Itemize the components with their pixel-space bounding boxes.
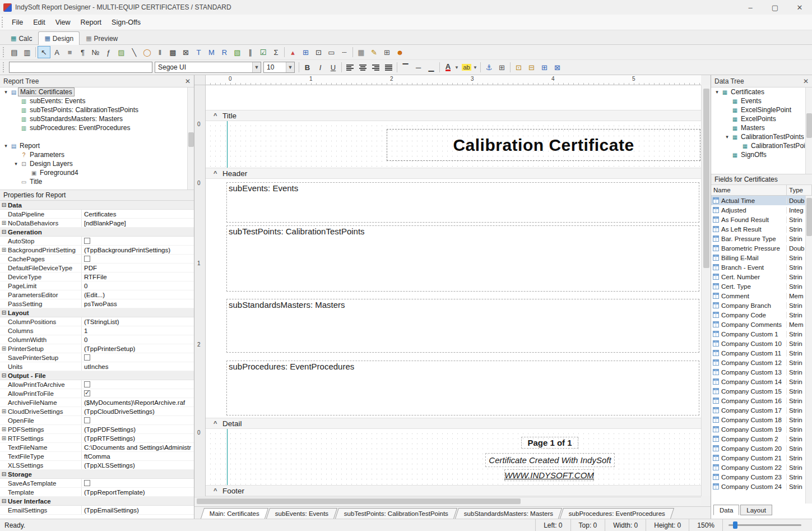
field-row[interactable]: Company Custom 21Strin xyxy=(711,453,805,463)
field-row[interactable]: Actual TimeDoub xyxy=(711,196,805,205)
menu-file[interactable]: File xyxy=(7,17,28,28)
column-name[interactable]: Name xyxy=(711,185,787,195)
expand-icon[interactable]: ⊞ xyxy=(0,408,8,414)
property-value-cell[interactable] xyxy=(82,237,194,245)
property-value-cell[interactable]: C:\Documents and Settings\Administr xyxy=(82,443,194,451)
zoom-slider[interactable] xyxy=(722,519,812,531)
field-row[interactable]: Company Custom 12Strin xyxy=(711,358,805,367)
field-row[interactable]: Company BranchStrin xyxy=(711,301,805,310)
property-row-emailsettings[interactable]: EmailSettings(TppEmailSettings) xyxy=(0,506,194,515)
field-row[interactable]: Company CodeStrin xyxy=(711,310,805,320)
property-value-cell[interactable]: 0 xyxy=(82,335,194,344)
header-band-header[interactable]: ^ Header xyxy=(206,168,701,179)
property-section-user-interface[interactable]: ⊟User Interface xyxy=(0,497,194,506)
collapse-icon[interactable]: ▾ xyxy=(2,89,10,95)
property-row-rtfsettings[interactable]: ⊞RTFSettings(TppRTFSettings) xyxy=(0,434,194,443)
bold-button[interactable]: B xyxy=(301,61,314,73)
italic-button[interactable]: I xyxy=(314,61,327,73)
underline-button[interactable]: U xyxy=(327,61,340,73)
property-value-cell[interactable]: Certificates xyxy=(82,210,194,218)
property-value-cell[interactable]: PDF xyxy=(82,264,194,272)
signoff-pen-icon[interactable]: ✎ xyxy=(368,46,381,58)
field-row[interactable]: Bar. Pressure TypeStrin xyxy=(711,234,805,243)
report-outline-icon[interactable]: ▤ xyxy=(8,46,21,58)
valign-bottom-button[interactable]: ▁ xyxy=(425,61,438,73)
fields-scrollbar[interactable] xyxy=(805,196,812,504)
collapse-icon[interactable]: ⊟ xyxy=(0,471,8,477)
dbcheckbox-tool-icon[interactable]: ☑ xyxy=(257,46,270,58)
highlight-color-button[interactable]: ab xyxy=(460,61,473,73)
property-value-cell[interactable]: (TppRTFSettings) xyxy=(82,434,194,442)
subreport-region[interactable]: subEvents: Events xyxy=(226,182,699,223)
tree-node-calibrationtestpoints[interactable]: ▾▦CalibrationTestPoints xyxy=(711,132,805,141)
checkbox[interactable] xyxy=(84,480,90,486)
subreport-region[interactable]: subProcedures: EventProcedures xyxy=(226,361,699,415)
dbbarcode-tool-icon[interactable]: ∥ xyxy=(244,46,257,58)
field-row[interactable]: Company Custom 16Strin xyxy=(711,396,805,405)
subreport-region[interactable]: subTestPoints: CalibrationTestPoints xyxy=(226,225,699,292)
font-color-button[interactable]: A xyxy=(442,61,454,73)
menu-report[interactable]: Report xyxy=(76,17,107,28)
tree-node-title[interactable]: ▭Title xyxy=(0,177,194,186)
tree-node-substandardsmasters-masters[interactable]: ▥subStandardsMasters: Masters xyxy=(0,114,194,123)
align-justify-button[interactable] xyxy=(382,61,395,73)
property-row-template[interactable]: Template(TppReportTemplate) xyxy=(0,488,194,497)
property-row-printersetup[interactable]: ⊞PrinterSetup(TppPrinterSetup) xyxy=(0,344,194,353)
property-section-data[interactable]: ⊟Data xyxy=(0,201,194,210)
menu-edit[interactable]: Edit xyxy=(28,17,50,28)
collapse-icon[interactable]: ⊟ xyxy=(0,310,8,316)
variable-tool-icon[interactable]: ƒ xyxy=(102,46,115,58)
tree-node-subtestpoints-calibrationtestpoints[interactable]: ▥subTestPoints: CalibrationTestPoints xyxy=(0,105,194,114)
checkbox[interactable] xyxy=(84,238,90,244)
close-icon[interactable]: ✕ xyxy=(185,77,191,85)
dbmemo-tool-icon[interactable]: M xyxy=(205,46,218,58)
title-band[interactable]: Calibration Certificate xyxy=(206,121,701,168)
property-row-textfilename[interactable]: TextFileNameC:\Documents and Settings\Ad… xyxy=(0,443,194,452)
property-value-cell[interactable]: (Edit...) xyxy=(82,290,194,299)
sheet-tab-subevents-events[interactable]: subEvents: Events xyxy=(266,508,337,519)
sheet-tab-main-certificates[interactable]: Main: Certificates xyxy=(201,508,268,519)
collapse-icon[interactable]: ⊟ xyxy=(0,498,8,504)
field-row[interactable]: CommentMem xyxy=(711,291,805,301)
property-value-cell[interactable]: utInches xyxy=(82,362,194,371)
property-row-passsetting[interactable]: PassSettingpsTwoPass xyxy=(0,299,194,308)
data-tree-scrollbar[interactable] xyxy=(805,87,812,174)
font-name-combo[interactable]: Segoe UI ▼ xyxy=(155,62,261,73)
tree-node-subevents-events[interactable]: ▥subEvents: Events xyxy=(0,96,194,105)
property-row-allowprinttofile[interactable]: AllowPrintToFile xyxy=(0,389,194,398)
canvas-horizontal-scrollbar[interactable] xyxy=(194,497,701,505)
property-section-storage[interactable]: ⊟Storage xyxy=(0,470,194,479)
property-value-cell[interactable]: ftComma xyxy=(82,452,194,460)
data-outline-icon[interactable]: ▥ xyxy=(21,46,34,58)
field-row[interactable]: Cert. NumberStrin xyxy=(711,272,805,281)
field-row[interactable]: Barometric PressureDoub xyxy=(711,243,805,253)
pagebreak-tool-icon[interactable]: ┄ xyxy=(338,46,351,58)
field-row[interactable]: Company Custom 23Strin xyxy=(711,472,805,482)
tree-node-excelsinglepoint[interactable]: ▦ExcelSinglePoint xyxy=(711,105,805,114)
sheet-tab-substandardsmasters-masters[interactable]: subStandardsMasters: Masters xyxy=(455,508,562,519)
property-value-cell[interactable] xyxy=(82,353,194,362)
bring-forward-button[interactable]: ⊞ xyxy=(538,61,551,73)
tree-node-events[interactable]: ▦Events xyxy=(711,96,805,105)
tab-layout[interactable]: Layout xyxy=(740,505,772,515)
valign-middle-button[interactable]: ─ xyxy=(412,61,425,73)
field-row[interactable]: Company Custom 17Strin xyxy=(711,405,805,415)
property-row-columnwidth[interactable]: ColumnWidth0 xyxy=(0,335,194,344)
collapse-band-icon[interactable]: ^ xyxy=(214,170,222,177)
checkbox[interactable] xyxy=(84,417,90,423)
property-row-cachepages[interactable]: CachePages xyxy=(0,255,194,264)
tree-node-calibrationtestpoint[interactable]: ▦CalibrationTestPoint xyxy=(711,141,805,150)
property-row-xlssettings[interactable]: XLSSettings(TppXLSSettings) xyxy=(0,461,194,470)
property-row-datapipeline[interactable]: DataPipelineCertificates xyxy=(0,210,194,219)
dbrichtext-tool-icon[interactable]: R xyxy=(218,46,231,58)
dbtext-tool-icon[interactable]: T xyxy=(192,46,205,58)
field-row[interactable]: As Left ResultStrin xyxy=(711,224,805,234)
field-row[interactable]: Company Custom 22Strin xyxy=(711,463,805,472)
property-row-saveastemplate[interactable]: SaveAsTemplate xyxy=(0,479,194,488)
field-row[interactable]: Company Custom 20Strin xyxy=(711,444,805,453)
website-element[interactable]: WWW.INDYSOFT.COM xyxy=(504,469,594,481)
subreport-region[interactable]: subStandardsMasters: Masters xyxy=(226,299,699,353)
collapse-icon[interactable]: ⊟ xyxy=(0,229,8,235)
tree-node-masters[interactable]: ▦Masters xyxy=(711,123,805,132)
tree-node-subprocedures-eventprocedures[interactable]: ▥subProcedures: EventProcedures xyxy=(0,123,194,132)
